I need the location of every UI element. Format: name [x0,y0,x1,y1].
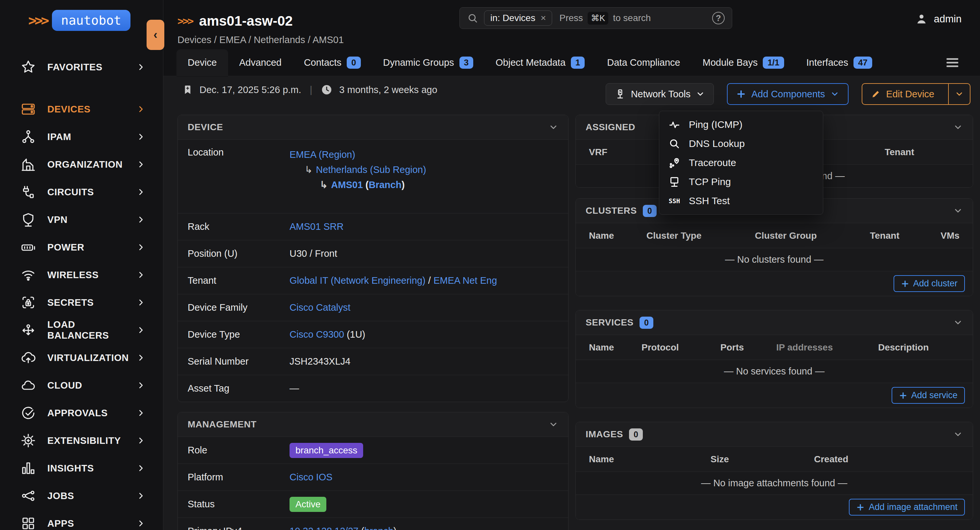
sidebar-item-vpn[interactable]: VPN [0,206,163,234]
menu-item-label: TCP Ping [689,176,731,188]
breadcrumb[interactable]: Devices / EMEA / Netherlands / AMS01 [177,35,344,45]
tab-object-metadata[interactable]: Object Metadata1 [484,49,596,76]
user-menu[interactable]: admin [915,13,962,25]
field-label: Device Type [188,329,290,340]
tab-interfaces[interactable]: Interfaces47 [795,49,883,76]
sidebar-item-organization[interactable]: ORGANIZATION [0,151,163,178]
tab-dynamic-groups[interactable]: Dynamic Groups3 [372,49,484,76]
tab-device[interactable]: Device [177,49,228,76]
help-icon[interactable]: ? [712,12,725,24]
chevron-down-icon[interactable] [953,430,963,439]
sidebar-item-label: APPROVALS [47,408,136,419]
ipv4-link[interactable]: 10.32.128.12/27 [290,526,358,530]
sidebar-item-insights[interactable]: INSIGHTS [0,454,163,482]
tab-count-badge: 1/1 [763,57,784,69]
chevron-down-icon[interactable] [549,122,558,132]
sidebar-collapse-button[interactable]: ‹ [146,20,164,50]
menu-item-dns-lookup[interactable]: DNS Lookup [659,134,823,153]
tenant-group-link[interactable]: Global IT (Network Engineering) [290,275,426,286]
add-cluster-button[interactable]: Add cluster [894,275,965,292]
sidebar-item-ipam[interactable]: IPAM [0,123,163,151]
meta-divider: | [310,84,313,95]
ipv4-site-link[interactable]: branch [364,526,393,530]
edit-device-caret[interactable] [948,84,970,104]
brand-chevrons-icon: >>> [28,13,47,29]
sidebar-item-extensibility[interactable]: EXTENSIBILITY [0,427,163,454]
panel-footer: Add image attachment [576,495,973,519]
tenant-link[interactable]: EMEA Net Eng [433,275,497,286]
sidebar-item-label: FAVORITES [47,62,136,73]
search-placeholder: Press ⌘K to search [559,12,651,25]
field-label: Role [188,445,290,456]
sidebar-item-secrets[interactable]: SECRETS [0,289,163,316]
location-link[interactable]: AMS01 [331,180,363,190]
add-service-button[interactable]: Add service [892,387,965,404]
chevron-right-icon [136,159,146,169]
role-badge[interactable]: branch_access [290,443,363,458]
add-service-label: Add service [911,390,958,401]
menu-item-ping-icmp[interactable]: Ping (ICMP) [659,115,823,134]
tab-bar: Device Advanced Contacts0 Dynamic Groups… [163,49,980,76]
chevron-right-icon [136,408,146,418]
field-label: Primary IPv4 [188,526,290,530]
tab-contacts[interactable]: Contacts0 [293,49,372,76]
edit-device-main[interactable]: Edit Device [862,89,943,100]
tab-count-badge: 3 [460,57,473,69]
search-scope-chip[interactable]: in: Devices × [484,11,552,25]
sidebar-item-power[interactable]: POWER [0,234,163,261]
network-tools-button[interactable]: Network Tools [606,83,714,105]
global-search-input[interactable]: in: Devices × Press ⌘K to search ? [460,7,732,29]
chevron-down-icon[interactable] [953,122,963,132]
chevron-right-icon [136,242,146,252]
menu-item-ssh-test[interactable]: SSH SSH Test [659,191,823,210]
column-header: Created [814,454,959,465]
grid-icon [21,516,36,530]
add-components-label: Add Components [751,89,825,100]
chevron-right-icon [136,380,146,390]
tab-data-compliance[interactable]: Data Compliance [596,49,691,76]
location-link[interactable]: EMEA (Region) [290,149,355,160]
chevron-down-icon [696,89,705,99]
tab-advanced[interactable]: Advanced [228,49,293,76]
gear-plus-icon [21,433,36,449]
chevron-down-icon[interactable] [953,206,963,216]
sidebar-item-favorites[interactable]: FAVORITES [0,53,163,81]
sidebar-item-virtualization[interactable]: VIRTUALIZATION [0,344,163,371]
menu-item-traceroute[interactable]: Traceroute [659,153,823,172]
sidebar-item-load-balancers[interactable]: LOAD BALANCERS [0,316,163,344]
sidebar-item-devices[interactable]: DEVICES [0,95,163,123]
sidebar-item-approvals[interactable]: APPROVALS [0,399,163,427]
sidebar-item-cloud[interactable]: CLOUD [0,371,163,399]
chevron-right-icon [136,62,146,72]
chip-close-icon[interactable]: × [541,13,546,23]
bookmark-icon[interactable] [182,84,193,95]
brand-logo[interactable]: >>> nautobot [0,0,163,31]
chevron-right-icon [136,436,146,446]
plus-icon [736,89,746,99]
device-type-link[interactable]: Cisco C9300 [290,329,344,340]
sidebar-item-label: ORGANIZATION [47,159,136,170]
sidebar-item-wireless[interactable]: WIRELESS [0,261,163,289]
sidebar-item-circuits[interactable]: CIRCUITS [0,178,163,206]
location-link[interactable]: Netherlands (Sub Region) [316,164,426,175]
column-header: Name [589,342,641,353]
tab-module-bays[interactable]: Module Bays1/1 [692,49,795,76]
field-label: Rack [188,221,290,232]
location-type-link[interactable]: Branch [369,180,402,190]
sidebar-item-apps[interactable]: APPS [0,509,163,530]
add-components-button[interactable]: Add Components [727,83,848,105]
sidebar-item-jobs[interactable]: JOBS [0,482,163,509]
chevron-down-icon[interactable] [953,318,963,328]
device-family-link[interactable]: Cisco Catalyst [290,302,350,313]
field-label: Location [188,147,290,158]
edit-device-button[interactable]: Edit Device [862,83,970,105]
status-badge[interactable]: Active [290,497,326,512]
tab-overflow-menu-icon[interactable] [947,58,958,67]
chevron-down-icon[interactable] [549,420,558,430]
row-asset-tag: Asset Tag — [178,375,568,402]
add-image-attachment-button[interactable]: Add image attachment [849,499,964,516]
tab-label: Contacts [304,57,342,68]
platform-link[interactable]: Cisco IOS [290,472,332,482]
menu-item-tcp-ping[interactable]: TCP Ping [659,172,823,191]
rack-link[interactable]: AMS01 SRR [290,221,344,232]
